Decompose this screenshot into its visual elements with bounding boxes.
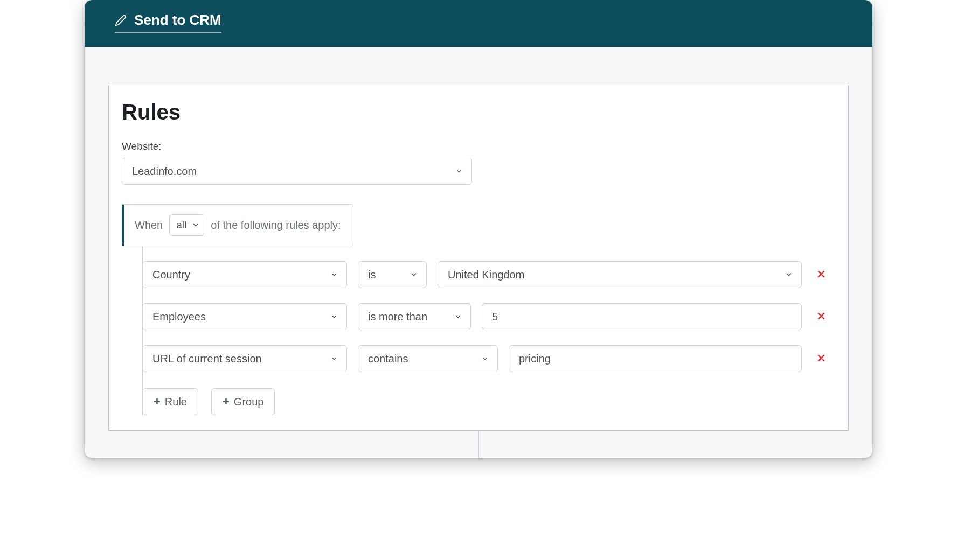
rule-field-value: Country <box>152 269 190 281</box>
rules-tree: Country is United Kingdom <box>122 246 835 415</box>
pencil-icon <box>115 15 127 26</box>
rule-value-input[interactable] <box>482 303 802 330</box>
rule-field-value: Employees <box>152 311 206 323</box>
rule-operator-select[interactable]: is more than <box>358 303 471 330</box>
chevron-down-icon <box>330 355 338 362</box>
plus-icon: + <box>154 396 161 408</box>
rule-value: United Kingdom <box>448 269 524 281</box>
add-rule-button[interactable]: + Rule <box>142 388 198 415</box>
rule-operator-value: contains <box>368 353 408 365</box>
rule-field-select[interactable]: URL of current session <box>142 345 347 372</box>
website-label: Website: <box>122 141 835 152</box>
rules-heading: Rules <box>122 100 835 124</box>
when-prefix: When <box>135 219 163 232</box>
rule-row: Employees is more than <box>142 296 835 338</box>
add-rule-label: Rule <box>165 396 187 408</box>
website-select[interactable]: Leadinfo.com <box>122 158 472 185</box>
chevron-down-icon <box>192 221 199 229</box>
add-group-button[interactable]: + Group <box>211 388 275 415</box>
remove-rule-button[interactable] <box>813 265 830 284</box>
website-value: Leadinfo.com <box>132 165 197 178</box>
chevron-down-icon <box>455 167 463 175</box>
match-mode-value: all <box>176 219 186 231</box>
bottom-stub <box>108 431 849 458</box>
chevron-down-icon <box>785 271 793 278</box>
rule-operator-select[interactable]: is <box>358 261 427 288</box>
add-group-label: Group <box>234 396 264 408</box>
when-condition-box: When all of the following rules apply: <box>122 204 353 246</box>
app-window: Send to CRM Rules Website: Leadinfo.com … <box>85 0 872 458</box>
close-icon <box>816 353 827 365</box>
rule-field-select[interactable]: Country <box>142 261 347 288</box>
header-bar: Send to CRM <box>85 0 872 47</box>
remove-rule-button[interactable] <box>813 307 830 326</box>
center-divider-line <box>478 431 479 458</box>
rule-operator-value: is more than <box>368 311 427 323</box>
chevron-down-icon <box>454 313 462 320</box>
chevron-down-icon <box>330 271 338 278</box>
match-mode-select[interactable]: all <box>169 214 204 236</box>
when-suffix: of the following rules apply: <box>211 219 341 232</box>
rules-card: Rules Website: Leadinfo.com When all of … <box>108 85 849 431</box>
add-buttons-row: + Rule + Group <box>142 380 835 415</box>
rule-operator-select[interactable]: contains <box>358 345 498 372</box>
rule-field-value: URL of current session <box>152 353 262 365</box>
chevron-down-icon <box>481 355 489 362</box>
rule-value-select[interactable]: United Kingdom <box>438 261 802 288</box>
rule-row: Country is United Kingdom <box>142 246 835 296</box>
page-title: Send to CRM <box>134 12 221 29</box>
rule-operator-value: is <box>368 269 376 281</box>
rule-value-input[interactable] <box>509 345 802 372</box>
header-title-wrap[interactable]: Send to CRM <box>115 12 221 33</box>
close-icon <box>816 311 827 323</box>
rule-field-select[interactable]: Employees <box>142 303 347 330</box>
chevron-down-icon <box>330 313 338 320</box>
chevron-down-icon <box>410 271 418 278</box>
plus-icon: + <box>223 396 230 408</box>
content-area: Rules Website: Leadinfo.com When all of … <box>85 47 872 458</box>
close-icon <box>816 269 827 281</box>
rule-row: URL of current session contains <box>142 338 835 380</box>
remove-rule-button[interactable] <box>813 349 830 368</box>
